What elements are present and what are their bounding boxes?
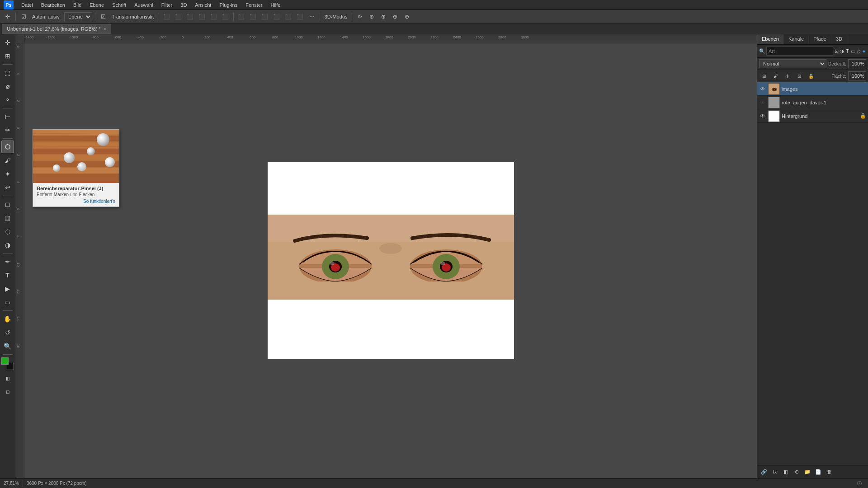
menu-hilfe[interactable]: Hilfe bbox=[267, 1, 283, 9]
show-transform-controls[interactable]: ☑ bbox=[98, 12, 108, 22]
align-left[interactable]: ⬛ bbox=[162, 12, 172, 22]
lock-artboard-btn[interactable]: ⊡ bbox=[794, 71, 804, 81]
menu-bild[interactable]: Bild bbox=[70, 1, 85, 9]
fill-input[interactable] bbox=[848, 71, 866, 80]
panel-tab-3d[interactable]: 3D bbox=[831, 34, 847, 44]
document-canvas[interactable] bbox=[268, 162, 514, 359]
panel-filter-shape[interactable]: ▭ bbox=[851, 46, 855, 56]
create-layer-btn[interactable]: 📄 bbox=[813, 467, 823, 477]
quick-select-tool[interactable]: ⚬ bbox=[1, 94, 14, 106]
screen-mode-tool[interactable]: ⊡ bbox=[1, 385, 14, 398]
auto-select-checkbox[interactable]: ☑ bbox=[19, 12, 28, 22]
panel-filter-type[interactable]: T bbox=[845, 46, 849, 56]
distribute-center-v[interactable]: ⬛ bbox=[248, 12, 258, 22]
blur-tool[interactable]: ◌ bbox=[1, 225, 14, 238]
gradient-tool[interactable]: ▦ bbox=[1, 211, 14, 224]
crop-tool[interactable]: ⊢ bbox=[1, 110, 14, 123]
status-info-btn[interactable]: ⓘ bbox=[854, 479, 864, 488]
menu-3d[interactable]: 3D bbox=[177, 1, 190, 9]
foreground-color-swatch[interactable] bbox=[1, 357, 9, 365]
align-top[interactable]: ⬛ bbox=[197, 12, 207, 22]
layer-lock-icon: 🔒 bbox=[860, 113, 866, 119]
eraser-tool[interactable]: ◻ bbox=[1, 198, 14, 211]
layer-item-rote-augen[interactable]: 👁 rote_augen_davor-1 bbox=[757, 96, 868, 109]
tab-close-button[interactable]: × bbox=[104, 27, 106, 32]
menu-auswahl[interactable]: Auswahl bbox=[131, 1, 156, 9]
path-select-tool[interactable]: ▶ bbox=[1, 282, 14, 295]
menu-datei[interactable]: Datei bbox=[18, 1, 36, 9]
brush-tool[interactable]: 🖌 bbox=[1, 154, 14, 167]
align-center-v[interactable]: ⬛ bbox=[174, 12, 184, 22]
orbit-3d[interactable]: ⊕ bbox=[390, 12, 400, 22]
dodge-tool[interactable]: ◑ bbox=[1, 239, 14, 251]
frame-3d[interactable]: ⊕ bbox=[402, 12, 412, 22]
shape-tool[interactable]: ▭ bbox=[1, 296, 14, 309]
document-tab[interactable]: Unbenannt-1 bei 27,8% (images, RGB/8) * … bbox=[2, 24, 111, 34]
create-adjustment-btn[interactable]: ⊕ bbox=[792, 467, 802, 477]
hand-tool[interactable]: ✋ bbox=[1, 313, 14, 325]
marquee-tool[interactable]: ⬚ bbox=[1, 66, 14, 79]
menu-bearbeiten[interactable]: Bearbeiten bbox=[38, 1, 68, 9]
layer-select-dropdown[interactable]: Ebene bbox=[64, 12, 92, 21]
rotate-3d[interactable]: ↻ bbox=[355, 12, 365, 22]
menu-filter[interactable]: Filter bbox=[158, 1, 175, 9]
layer-fx-btn[interactable]: fx bbox=[770, 467, 780, 477]
artboard-tool[interactable]: ⊞ bbox=[1, 50, 14, 62]
more-options[interactable]: ⋯ bbox=[307, 12, 317, 22]
add-mask-btn[interactable]: ◧ bbox=[781, 467, 791, 477]
spot-heal-tool[interactable] bbox=[1, 141, 14, 153]
move-tool[interactable]: ✛ bbox=[1, 36, 14, 49]
align-center-h[interactable]: ⬛ bbox=[209, 12, 219, 22]
text-tool[interactable]: T bbox=[1, 269, 14, 282]
layer-search-input[interactable] bbox=[766, 47, 833, 56]
clone-tool[interactable]: ✦ bbox=[1, 168, 14, 180]
pan-3d[interactable]: ⊕ bbox=[367, 12, 377, 22]
distribute-center-h[interactable]: ⬛ bbox=[283, 12, 293, 22]
lock-all-btn[interactable]: 🔒 bbox=[806, 71, 816, 81]
panel-tab-pfade[interactable]: Pfade bbox=[809, 34, 831, 44]
ruler-top: -1400 -1200 -1000 -800 -600 -400 -200 0 … bbox=[24, 34, 757, 43]
distribute-top[interactable]: ⬛ bbox=[272, 12, 282, 22]
zoom-tool[interactable]: 🔍 bbox=[1, 340, 14, 352]
link-layers-btn[interactable]: 🔗 bbox=[759, 467, 769, 477]
layer-visibility-images[interactable]: 👁 bbox=[759, 85, 766, 93]
panel-filter-adjust[interactable]: ◑ bbox=[840, 46, 844, 56]
align-right[interactable]: ⬛ bbox=[185, 12, 195, 22]
eyedropper-tool[interactable]: ✏ bbox=[1, 124, 14, 136]
distribute-left[interactable]: ⬛ bbox=[236, 12, 246, 22]
panel-tab-kanaele[interactable]: Kanäle bbox=[784, 34, 809, 44]
layer-item-images[interactable]: 👁 images bbox=[757, 82, 868, 96]
lock-position-btn[interactable]: ✛ bbox=[783, 71, 793, 81]
panel-filter-smart[interactable]: ◇ bbox=[856, 46, 861, 56]
menu-ebene[interactable]: Ebene bbox=[86, 1, 107, 9]
delete-layer-btn[interactable]: 🗑 bbox=[824, 467, 834, 477]
layer-item-hintergrund[interactable]: 👁 Hintergrund 🔒 bbox=[757, 109, 868, 123]
menu-ansicht[interactable]: Ansicht bbox=[192, 1, 214, 9]
rotate-view-tool[interactable]: ↺ bbox=[1, 326, 14, 339]
lock-transparent-btn[interactable]: ⊞ bbox=[759, 71, 769, 81]
panel-filter-kind[interactable]: ⊡ bbox=[834, 46, 839, 56]
history-brush-tool[interactable]: ↩ bbox=[1, 181, 14, 194]
lasso-tool[interactable]: ⌀ bbox=[1, 80, 14, 93]
color-swatches[interactable] bbox=[1, 357, 14, 370]
blend-mode-dropdown[interactable]: Normal bbox=[759, 59, 826, 68]
tooltip-learn-more-link[interactable]: So funktioniert's bbox=[37, 199, 115, 204]
distribute-bottom[interactable]: ⬛ bbox=[295, 12, 305, 22]
distribute-right[interactable]: ⬛ bbox=[260, 12, 270, 22]
layer-visibility-rote-augen[interactable]: 👁 bbox=[759, 99, 766, 106]
zoom-3d[interactable]: ⊕ bbox=[378, 12, 388, 22]
quick-mask-tool[interactable]: ◧ bbox=[1, 372, 14, 385]
layer-visibility-hintergrund[interactable]: 👁 bbox=[759, 113, 766, 120]
opacity-input[interactable] bbox=[848, 59, 866, 68]
create-group-btn[interactable]: 📁 bbox=[802, 467, 812, 477]
tool-options-move[interactable]: ✛ bbox=[3, 12, 13, 22]
lock-paint-btn[interactable]: 🖌 bbox=[771, 71, 781, 81]
menu-schrift[interactable]: Schrift bbox=[109, 1, 129, 9]
panel-filter-toggle[interactable]: ● bbox=[862, 46, 866, 56]
menu-plugins[interactable]: Plug-ins bbox=[216, 1, 241, 9]
align-bottom[interactable]: ⬛ bbox=[221, 12, 231, 22]
canvas-document[interactable] bbox=[24, 43, 757, 478]
pen-tool[interactable]: ✒ bbox=[1, 255, 14, 268]
menu-fenster[interactable]: Fenster bbox=[242, 1, 265, 9]
panel-tab-ebenen[interactable]: Ebenen bbox=[757, 34, 784, 44]
